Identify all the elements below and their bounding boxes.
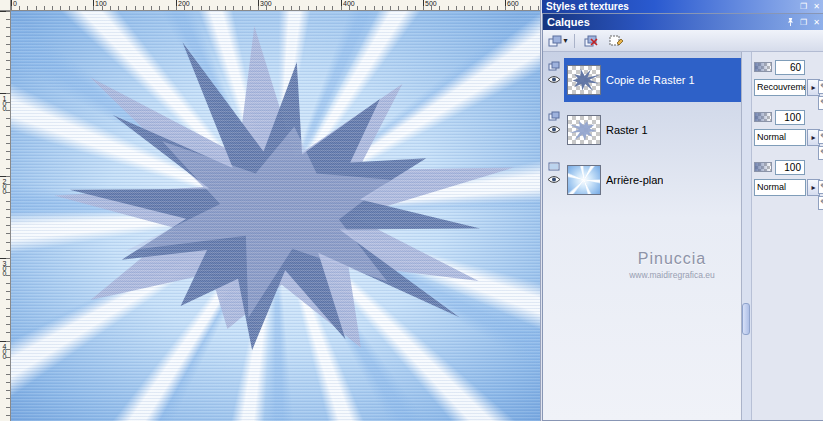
- close-icon[interactable]: ✕: [810, 17, 823, 28]
- opacity-slider[interactable]: [754, 112, 772, 122]
- link-edit-button[interactable]: ✎: [818, 196, 823, 210]
- opacity-field[interactable]: 60: [775, 60, 805, 75]
- float-icon[interactable]: ❐: [797, 1, 810, 12]
- chevron-down-icon: ▾: [563, 36, 567, 45]
- layer-properties-column: 60 Recouvrement ▸ ✎ ✎: [752, 52, 823, 420]
- ruler-label: 0: [13, 0, 17, 7]
- layer-list-scrollbar[interactable]: [742, 52, 752, 420]
- edit-selection-icon: [609, 34, 624, 47]
- palette-title: Calques: [543, 16, 784, 28]
- layers-palette-body: Copie de Raster 1: [543, 52, 823, 420]
- link-edit-button[interactable]: ✎: [818, 180, 823, 194]
- close-icon[interactable]: ✕: [810, 1, 823, 12]
- edit-selection-button[interactable]: [605, 31, 627, 51]
- blend-mode-row: Normal ▸: [754, 179, 823, 196]
- opacity-row: 60: [754, 59, 823, 75]
- styles-textures-titlebar[interactable]: Styles et textures ❐ ✕: [542, 0, 823, 13]
- float-icon[interactable]: ❐: [797, 17, 810, 28]
- delete-layer-button[interactable]: [580, 31, 602, 51]
- layer-row-gutter: [544, 158, 564, 202]
- chevron-right-icon: ▸: [811, 133, 815, 142]
- layers-palette-titlebar[interactable]: Calques ❐ ✕: [543, 14, 823, 30]
- toolbar-separator: [574, 34, 575, 48]
- blend-mode-dropdown[interactable]: Normal: [754, 179, 806, 196]
- chevron-right-icon: ▸: [811, 83, 815, 92]
- ruler-label: 500: [425, 0, 437, 7]
- layer-thumbnail[interactable]: [567, 65, 601, 95]
- application-window: 0 100 200 300 400 500 600 100 200 300 40…: [0, 0, 823, 421]
- ruler-label: 400: [343, 0, 355, 7]
- ruler-label: 600: [507, 0, 519, 7]
- layers-toolbar: ▾: [543, 30, 823, 52]
- ruler-label: 300: [260, 0, 272, 7]
- ruler-label: 200: [1, 178, 8, 193]
- layer-row-raster-1: Raster 1: [544, 108, 741, 152]
- canvas-pane: 0 100 200 300 400 500 600 100 200 300 40…: [0, 0, 540, 421]
- layer-row-gutter: [544, 108, 564, 152]
- watermark-name: Pinuccia: [609, 250, 735, 268]
- ruler-label: 300: [1, 260, 8, 275]
- eye-icon[interactable]: [547, 75, 561, 84]
- opacity-row: 100: [754, 109, 823, 125]
- ruler-label: 400: [1, 343, 8, 358]
- vertical-ruler: 100 200 300 400: [0, 11, 11, 421]
- layer-thumbnail[interactable]: [567, 165, 601, 195]
- pin-icon[interactable]: [784, 17, 797, 28]
- styles-textures-title: Styles et textures: [542, 1, 797, 12]
- eye-icon[interactable]: [547, 175, 561, 184]
- layer-row-body[interactable]: Raster 1: [564, 108, 741, 152]
- layer-name: Raster 1: [606, 124, 648, 136]
- layer-row-gutter: [544, 58, 564, 102]
- opacity-row: 100: [754, 159, 823, 175]
- opacity-slider[interactable]: [754, 62, 772, 72]
- ruler-label: 100: [95, 0, 107, 7]
- link-edit-button[interactable]: ✎: [818, 146, 823, 160]
- scrollbar-thumb[interactable]: [742, 303, 750, 335]
- layer-badge-icon: [548, 161, 560, 171]
- new-layer-icon: [548, 35, 562, 47]
- blend-mode-row: Recouvrement ▸: [754, 79, 823, 96]
- layer-row-body[interactable]: Arrière-plan: [564, 158, 741, 202]
- ruler-label: 200: [178, 0, 190, 7]
- layer-row-body[interactable]: Copie de Raster 1: [564, 58, 741, 102]
- layer-badge-icon: [548, 61, 560, 71]
- blend-mode-dropdown[interactable]: Normal: [754, 129, 806, 146]
- eye-icon[interactable]: [547, 125, 561, 134]
- starburst-artwork: [11, 11, 540, 421]
- opacity-slider[interactable]: [754, 162, 772, 172]
- ruler-corner: [0, 0, 11, 11]
- layer-list: Copie de Raster 1: [543, 52, 742, 420]
- link-edit-button[interactable]: ✎: [818, 130, 823, 144]
- delete-layer-icon: [584, 35, 598, 47]
- blend-mode-dropdown[interactable]: Recouvrement: [754, 79, 806, 96]
- layer-thumbnail[interactable]: [567, 115, 601, 145]
- layer-row-arriere-plan: Arrière-plan: [544, 158, 741, 202]
- link-edit-button[interactable]: ✎: [818, 96, 823, 110]
- layer-props-raster-1: 100 Normal ▸ ✎ ✎: [754, 109, 823, 153]
- layer-name: Copie de Raster 1: [606, 74, 695, 86]
- link-edit-button[interactable]: ✎: [818, 80, 823, 94]
- horizontal-ruler: 0 100 200 300 400 500 600: [11, 0, 540, 11]
- layer-props-copie-de-raster-1: 60 Recouvrement ▸ ✎ ✎: [754, 59, 823, 103]
- layer-name: Arrière-plan: [606, 174, 663, 186]
- docked-palettes: Styles et textures ❐ ✕ Calques ❐ ✕: [540, 0, 823, 421]
- layer-row-copie-de-raster-1: Copie de Raster 1: [544, 58, 741, 102]
- new-layer-button[interactable]: ▾: [547, 31, 569, 51]
- layer-props-arriere-plan: 100 Normal ▸ ✎ ✎: [754, 159, 823, 203]
- opacity-field[interactable]: 100: [775, 160, 805, 175]
- watermark-url: www.maidiregrafica.eu: [609, 270, 735, 280]
- opacity-field[interactable]: 100: [775, 110, 805, 125]
- chevron-right-icon: ▸: [811, 183, 815, 192]
- layers-palette: Calques ❐ ✕ ▾: [542, 13, 823, 421]
- layer-badge-icon: [548, 111, 560, 121]
- watermark: Pinuccia www.maidiregrafica.eu: [609, 250, 735, 280]
- ruler-label: 100: [1, 95, 8, 110]
- blend-mode-row: Normal ▸: [754, 129, 823, 146]
- image-canvas[interactable]: [11, 11, 540, 421]
